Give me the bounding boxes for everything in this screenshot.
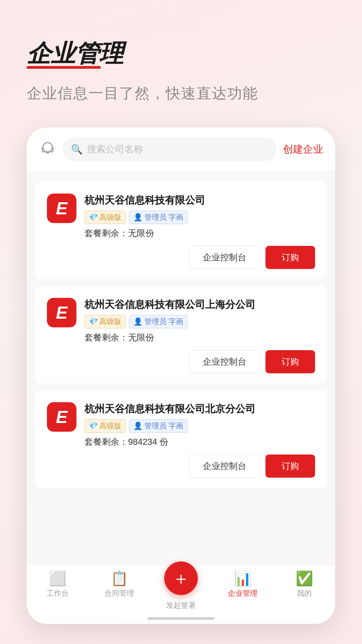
sidebar-item-workbench[interactable]: ⬜ 工作台 bbox=[27, 572, 88, 598]
plus-icon: ＋ bbox=[172, 570, 190, 587]
quota-text: 套餐剩余：无限份 bbox=[84, 332, 315, 343]
company-info: 杭州天谷信息科技有限公司北京分公司 💎高级版 👤管理员 字画 套餐剩余：9842… bbox=[84, 402, 315, 448]
search-input[interactable]: 🔍 搜索公司名称 bbox=[63, 138, 276, 161]
control-panel-button[interactable]: 企业控制台 bbox=[189, 350, 260, 373]
company-logo bbox=[47, 402, 76, 432]
company-logo bbox=[47, 298, 76, 327]
order-button[interactable]: 订购 bbox=[265, 454, 315, 478]
page-subtitle: 企业信息一目了然，快速直达功能 bbox=[27, 84, 335, 103]
home-indicator bbox=[147, 617, 215, 620]
role-badge: 👤管理员 字画 bbox=[129, 315, 188, 328]
company-name: 杭州天谷信息科技有限公司北京分公司 bbox=[84, 402, 315, 415]
company-name: 杭州天谷信息科技有限公司 bbox=[84, 194, 315, 207]
create-enterprise-button[interactable]: 创建企业 bbox=[283, 143, 323, 156]
company-info: 杭州天谷信息科技有限公司 💎高级版 👤管理员 字画 套餐剩余：无限份 bbox=[84, 194, 315, 239]
sidebar-item-contract[interactable]: 📋 合同管理 bbox=[88, 572, 150, 598]
company-badges: 💎高级版 👤管理员 字画 bbox=[84, 315, 315, 328]
quota-text: 套餐剩余：无限份 bbox=[84, 227, 315, 239]
svg-point-0 bbox=[43, 143, 52, 152]
company-card: 杭州天谷信息科技有限公司上海分公司 💎高级版 👤管理员 字画 套餐剩余：无限份 bbox=[35, 286, 327, 383]
enterprise-icon: 📊 bbox=[234, 572, 251, 586]
nav-label-sign: 发起签署 bbox=[166, 600, 196, 610]
company-info: 杭州天谷信息科技有限公司上海分公司 💎高级版 👤管理员 字画 套餐剩余：无限份 bbox=[84, 298, 315, 343]
phone-mockup: 🔍 搜索公司名称 创建企业 杭州天谷信息科技有限公司 💎高级版 bbox=[27, 127, 335, 624]
company-badges: 💎高级版 👤管理员 字画 bbox=[84, 419, 315, 433]
contract-icon: 📋 bbox=[111, 572, 128, 586]
page-title: 企业管理 bbox=[27, 40, 335, 67]
role-badge: 👤管理员 字画 bbox=[129, 419, 188, 433]
order-button[interactable]: 订购 bbox=[265, 246, 315, 269]
search-bar-area: 🔍 搜索公司名称 创建企业 bbox=[27, 127, 335, 171]
company-actions: 企业控制台 订购 bbox=[47, 350, 315, 373]
search-icon: 🔍 bbox=[71, 144, 83, 155]
headset-icon[interactable] bbox=[39, 140, 56, 159]
company-name: 杭州天谷信息科技有限公司上海分公司 bbox=[84, 298, 315, 311]
plan-badge: 💎高级版 bbox=[84, 211, 126, 224]
search-placeholder: 搜索公司名称 bbox=[87, 143, 143, 156]
company-card: 杭州天谷信息科技有限公司 💎高级版 👤管理员 字画 套餐剩余：无限份 bbox=[35, 181, 327, 279]
mine-icon: ✅ bbox=[296, 572, 313, 586]
bottom-nav: ⬜ 工作台 📋 合同管理 ＋ 发起签署 📊 企业管理 ✅ 我的 bbox=[27, 565, 335, 624]
control-panel-button[interactable]: 企业控制台 bbox=[189, 246, 260, 269]
company-actions: 企业控制台 订购 bbox=[47, 454, 315, 478]
company-actions: 企业控制台 订购 bbox=[47, 246, 315, 269]
plan-badge: 💎高级版 bbox=[84, 419, 126, 433]
fab-sign-button[interactable]: ＋ bbox=[164, 561, 198, 595]
company-card: 杭州天谷信息科技有限公司北京分公司 💎高级版 👤管理员 字画 套餐剩余：9842… bbox=[35, 390, 327, 488]
order-button[interactable]: 订购 bbox=[265, 350, 315, 373]
nav-fab-wrap: ＋ 发起签署 bbox=[150, 572, 212, 610]
company-list: 杭州天谷信息科技有限公司 💎高级版 👤管理员 字画 套餐剩余：无限份 bbox=[27, 171, 335, 565]
nav-label-mine: 我的 bbox=[297, 588, 312, 598]
nav-label-contract: 合同管理 bbox=[105, 588, 134, 598]
control-panel-button[interactable]: 企业控制台 bbox=[189, 454, 260, 478]
workbench-icon: ⬜ bbox=[49, 572, 66, 586]
quota-text: 套餐剩余：984234 份 bbox=[84, 436, 315, 448]
nav-label-workbench: 工作台 bbox=[47, 588, 69, 598]
sidebar-item-mine[interactable]: ✅ 我的 bbox=[274, 572, 335, 598]
company-logo bbox=[47, 194, 76, 223]
nav-label-enterprise: 企业管理 bbox=[228, 588, 257, 598]
company-badges: 💎高级版 👤管理员 字画 bbox=[84, 211, 315, 224]
sidebar-item-enterprise[interactable]: 📊 企业管理 bbox=[212, 572, 274, 598]
plan-badge: 💎高级版 bbox=[84, 315, 126, 328]
role-badge: 👤管理员 字画 bbox=[129, 211, 188, 224]
